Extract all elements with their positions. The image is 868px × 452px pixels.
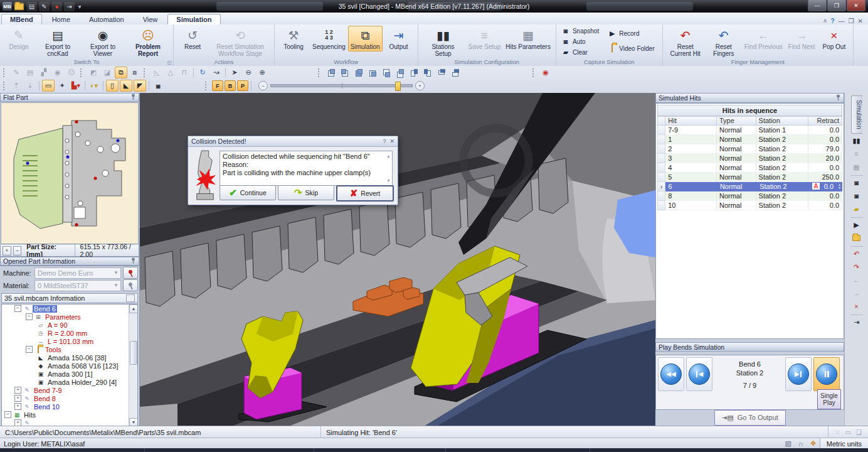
row-selector[interactable]: [657, 126, 665, 135]
tool-select-icon[interactable]: ✎: [39, 2, 50, 11]
auto-snapshot-side-icon[interactable]: ◙: [850, 190, 864, 202]
qat-dropdown-icon[interactable]: ▾: [77, 2, 83, 11]
record-icon[interactable]: ●: [51, 2, 62, 11]
collapse-icon[interactable]: −: [14, 305, 21, 312]
reset-current-hit-side-icon[interactable]: ↶: [850, 248, 864, 260]
view-iso-ne-icon[interactable]: [352, 67, 365, 78]
support-icon[interactable]: ∩: [795, 440, 807, 448]
hits-parameters-side-icon[interactable]: ▦: [850, 161, 864, 173]
collapse-icon[interactable]: −: [26, 313, 33, 320]
stage-split-icon[interactable]: ◪: [101, 67, 114, 78]
units-indicator[interactable]: Metric units: [820, 438, 868, 449]
column-station[interactable]: Station: [756, 116, 808, 126]
hits-row[interactable]: 5Normal Station 2250.0: [657, 173, 842, 182]
report-tool-icon[interactable]: ▤: [24, 67, 36, 78]
machine-pin-button[interactable]: [123, 267, 138, 279]
lock-icon[interactable]: ⊓: [178, 67, 191, 78]
scroll-down-icon[interactable]: ▼: [386, 176, 391, 185]
retract-spinner[interactable]: ▲▼: [838, 183, 841, 190]
pop-out-side-icon[interactable]: ×: [850, 301, 864, 313]
status-tool-icon[interactable]: ⁙: [835, 429, 840, 436]
view-bottom-icon[interactable]: [394, 67, 406, 78]
material-pin-button[interactable]: [123, 279, 138, 291]
hits-row[interactable]: 8Normal Station 20.0: [657, 191, 842, 201]
toolbar-handle[interactable]: [3, 68, 8, 77]
camera-view-icon[interactable]: ◙: [152, 80, 164, 92]
tab-view[interactable]: View: [134, 14, 167, 24]
orbit-icon[interactable]: ↝: [210, 67, 223, 78]
tree-item-parameters[interactable]: −⊞Parameters: [2, 313, 137, 321]
problem-report-button[interactable]: ☹Problem Report: [125, 26, 171, 58]
bend-up-icon[interactable]: ⇡: [10, 80, 23, 92]
slider-minus-icon[interactable]: −: [258, 81, 268, 90]
operator-icon[interactable]: ✦: [56, 80, 68, 92]
record-simulation-icon[interactable]: ◉: [539, 67, 552, 78]
zoom-in-icon[interactable]: ⊕: [256, 67, 268, 78]
row-selector[interactable]: [657, 163, 665, 173]
help-icon[interactable]: ?: [831, 18, 835, 24]
tree-item-tool-punch[interactable]: ◣Amada 150-06 [38]: [2, 353, 137, 362]
zoom-out-part-button[interactable]: −: [13, 246, 22, 256]
view-left-icon[interactable]: [435, 67, 448, 78]
toolbar-handle[interactable]: [532, 68, 537, 77]
slider-plus-icon[interactable]: +: [415, 81, 425, 90]
reset-stage-button[interactable]: ⟲Reset Simulation Workflow Stage: [209, 26, 272, 58]
minimize-button[interactable]: —: [808, 0, 827, 11]
machine-view-icon[interactable]: ▙▾: [70, 80, 82, 92]
package-icon[interactable]: ▧: [782, 439, 795, 448]
snapshot-button[interactable]: ◙Snapshot: [559, 26, 601, 36]
measure-icon[interactable]: ◺: [151, 67, 163, 78]
record-side-icon[interactable]: ▶: [850, 219, 864, 231]
view-iso-nw-icon[interactable]: [366, 67, 379, 78]
bend-down-icon[interactable]: ⇣: [24, 80, 36, 92]
dialog-help-icon[interactable]: ?: [383, 138, 386, 144]
row-selector[interactable]: [657, 154, 665, 163]
tree-item-bend8[interactable]: +✎Bend 8: [2, 394, 137, 402]
stations-setup-button[interactable]: ▮▮Stations Setup: [421, 26, 466, 58]
view-eye-icon[interactable]: ◉: [51, 67, 64, 78]
tooling-button[interactable]: ⚒Tooling: [277, 26, 310, 51]
view-iso-se-icon[interactable]: [339, 67, 351, 78]
export-viewer-button[interactable]: ◉Export to Viewer: [80, 26, 125, 58]
tree-item-tool-holder2[interactable]: ▣Amada Holder_290 [4]: [2, 378, 137, 386]
tab-automation[interactable]: Automation: [80, 14, 133, 24]
zoom-in-part-button[interactable]: +: [3, 246, 11, 256]
find-next-button[interactable]: →Find Next: [785, 26, 818, 51]
column-hit[interactable]: Hit: [665, 116, 717, 126]
close-button[interactable]: ✕: [847, 0, 865, 11]
expand-icon[interactable]: +: [14, 395, 21, 402]
collision-dialog-titlebar[interactable]: Collision Detected! ? ✕: [188, 136, 398, 147]
slider-thumb[interactable]: [395, 82, 401, 91]
stage-next-icon[interactable]: ⧇: [129, 67, 141, 78]
tree-item-bend6[interactable]: −✎Bend 6: [2, 304, 137, 313]
clear-side-icon[interactable]: ▰: [850, 203, 864, 215]
tab-simulation[interactable]: Simulation: [167, 14, 220, 24]
scrollbar-thumb[interactable]: [130, 341, 137, 365]
tree-item-tools[interactable]: −Tools: [2, 345, 137, 353]
view-right-icon[interactable]: [449, 67, 462, 78]
row-selector[interactable]: [657, 191, 665, 201]
skip-button[interactable]: ↷Skip: [278, 185, 334, 200]
pin-icon[interactable]: [835, 94, 841, 102]
show-holder-icon[interactable]: ◤: [134, 80, 146, 92]
restore-button[interactable]: ❐: [827, 0, 846, 11]
toolbar-handle[interactable]: [80, 68, 85, 77]
hits-row[interactable]: 2Normal Station 279.0: [657, 144, 842, 154]
tree-item-hits[interactable]: −▦Hits: [2, 411, 137, 419]
record-button[interactable]: ▶Record: [605, 28, 657, 38]
reset-fingers-button[interactable]: ↶Reset Fingers: [706, 26, 742, 58]
row-selector[interactable]: [657, 173, 665, 182]
snapshot-side-icon[interactable]: ◙: [850, 177, 864, 189]
toolbar-handle[interactable]: [3, 82, 8, 90]
palette-icon[interactable]: ❖: [807, 439, 820, 448]
video-folder-button[interactable]: Video Folder: [605, 43, 657, 53]
problem-tool-icon[interactable]: ☹: [65, 67, 78, 78]
tree-item-radius[interactable]: ◷R = 2.00 mm: [2, 329, 137, 337]
reset-fingers-side-icon[interactable]: ↷: [850, 261, 864, 273]
collapse-info-icon[interactable]: [126, 294, 135, 302]
tab-home[interactable]: Home: [43, 14, 79, 24]
open-file-icon[interactable]: [14, 2, 24, 11]
finger-b-button[interactable]: B: [225, 80, 236, 91]
row-selector[interactable]: [657, 201, 665, 210]
row-selector[interactable]: [657, 144, 665, 154]
